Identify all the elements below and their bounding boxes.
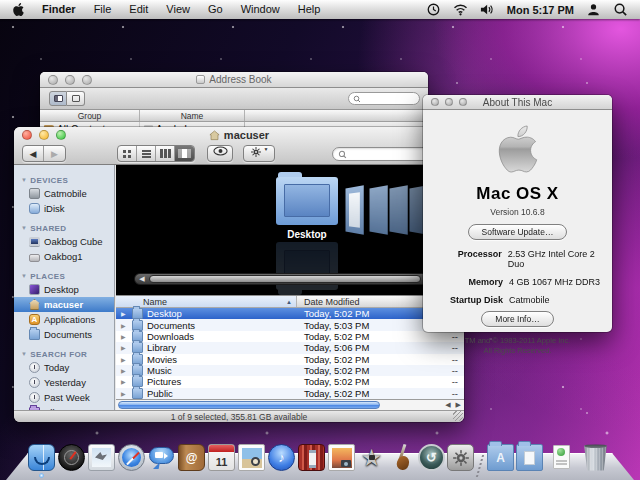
minimize-button[interactable] [39,130,49,140]
finder-search-field[interactable] [332,147,430,161]
disclosure-triangle-icon[interactable]: ▶ [121,378,128,385]
disclosure-triangle-icon[interactable]: ▶ [121,390,128,397]
table-row[interactable]: ▶Documents Today, 5:03 PM-- [116,319,464,330]
table-row[interactable]: ▶Desktop Today, 5:02 PM-- [116,308,464,319]
close-button[interactable] [431,98,439,106]
coverflow-scrollbar[interactable]: ◀ ▶ [134,273,436,285]
desktop-folder-icon[interactable] [276,177,338,225]
disclosure-triangle-icon[interactable]: ▶ [121,322,128,329]
time-machine-menu-icon[interactable] [426,2,441,17]
dock-imovie-icon[interactable]: ★ [358,444,385,471]
resize-grip[interactable] [453,411,463,421]
table-row[interactable]: ▶Library Today, 5:06 PM-- [116,342,464,353]
sidebar-item-today[interactable]: Today [14,360,114,375]
icon-view-button[interactable] [118,146,137,161]
disclosure-triangle-icon[interactable]: ▼ [21,273,27,279]
dock-garageband-icon[interactable] [388,444,415,471]
scroll-left-icon[interactable]: ◀ [445,401,450,409]
menu-finder[interactable]: Finder [33,0,85,19]
disclosure-triangle-icon[interactable]: ▼ [21,177,27,183]
name-column-header[interactable]: Name [140,110,245,121]
dock-ical-icon[interactable]: 11 [208,444,235,471]
back-button[interactable]: ◀ [23,146,44,161]
finder-title-bar[interactable]: macuser ◀ ▶ ▼ [14,127,464,165]
disclosure-triangle-icon[interactable]: ▶ [121,356,128,363]
more-info-button[interactable]: More Info… [481,311,553,327]
dock-downloads-stack-icon[interactable] [548,444,575,471]
sidebar-item-oakbog1[interactable]: Oakbog1 [14,249,114,264]
sidebar-item-past-week[interactable]: Past Week [14,390,114,405]
volume-menu-icon[interactable] [480,2,495,17]
date-modified-column-header[interactable]: Date Modified [297,296,426,307]
sidebar-section-devices[interactable]: ▼DEVICES [14,174,114,186]
address-book-title-bar[interactable]: Address Book [40,72,428,88]
dock-finder-icon[interactable] [28,444,55,471]
sidebar-section-places[interactable]: ▼PLACES [14,270,114,282]
close-button[interactable] [48,75,58,85]
sidebar-section-search-for[interactable]: ▼SEARCH FOR [14,348,114,360]
sidebar-section-shared[interactable]: ▼SHARED [14,222,114,234]
minimize-button[interactable] [65,75,75,85]
dock-address-book-icon[interactable]: @ [178,444,205,471]
dock-preview-icon[interactable] [238,444,265,471]
dock-photo-booth-icon[interactable] [298,444,325,471]
sidebar-item-desktop[interactable]: Desktop [14,282,114,297]
coverflow-scroll-left-icon[interactable]: ◀ [137,275,147,283]
coverflow-item[interactable] [390,185,408,234]
zoom-button[interactable] [459,98,467,106]
card-and-list-view-button[interactable] [49,91,67,106]
disclosure-triangle-icon[interactable]: ▶ [121,333,128,340]
sidebar-item-catmobile[interactable]: Catmobile [14,186,114,201]
table-row[interactable]: ▶Public Today, 5:02 PM-- [116,388,464,399]
scroll-right-icon[interactable]: ▶ [456,401,461,409]
table-row[interactable]: ▶Downloads Today, 5:02 PM-- [116,331,464,342]
coverflow-item[interactable] [370,185,388,234]
table-row[interactable]: ▶Pictures Today, 5:02 PM-- [116,376,464,387]
scrollbar-thumb[interactable] [118,401,380,409]
disclosure-triangle-icon[interactable]: ▼ [21,225,27,231]
menu-window[interactable]: Window [232,0,289,19]
coverflow-view-button[interactable] [175,146,194,161]
sidebar-item-macuser[interactable]: macuser [14,297,114,312]
minimize-button[interactable] [445,98,453,106]
table-row[interactable]: ▶Music Today, 5:02 PM-- [116,365,464,376]
name-column-header[interactable]: Name▲ [116,296,297,307]
group-column-header[interactable]: Group [40,110,140,121]
quick-look-button[interactable] [207,145,233,162]
dock-documents-folder-icon[interactable] [516,444,543,471]
disclosure-triangle-icon[interactable]: ▶ [121,310,128,317]
dock-safari-icon[interactable] [118,444,145,471]
apple-menu-icon[interactable] [12,2,25,17]
dock-iphoto-icon[interactable] [328,444,355,471]
close-button[interactable] [22,130,32,140]
action-menu-button[interactable]: ▼ [243,145,275,162]
sidebar-item-applications[interactable]: AApplications [14,312,114,327]
coverflow-item[interactable] [346,185,364,234]
menu-help[interactable]: Help [289,0,330,19]
card-only-view-button[interactable] [67,91,85,106]
dock-itunes-icon[interactable]: ♪ [268,444,295,471]
wifi-menu-icon[interactable] [453,2,468,17]
dock-mail-icon[interactable] [88,444,115,471]
zoom-button[interactable] [82,75,92,85]
coverflow-area[interactable]: Desktop ◀ ▶ [116,165,464,295]
menu-go[interactable]: Go [199,0,232,19]
about-this-mac-window[interactable]: About This Mac Mac OS X Version 10.6.8 S… [423,95,612,332]
sidebar-item-yesterday[interactable]: Yesterday [14,375,114,390]
disclosure-triangle-icon[interactable]: ▶ [121,367,128,374]
fast-user-switching-icon[interactable] [586,2,601,17]
list-view-button[interactable] [137,146,156,161]
disclosure-triangle-icon[interactable]: ▶ [121,344,128,351]
horizontal-scrollbar[interactable]: ◀ ▶ [116,399,464,410]
dock-time-machine-icon[interactable]: ↺ [418,444,445,471]
menu-view[interactable]: View [157,0,199,19]
menu-edit[interactable]: Edit [120,0,157,19]
dock-dashboard-icon[interactable] [58,444,85,471]
menu-bar-clock[interactable]: Mon 5:17 PM [501,4,580,16]
finder-window[interactable]: macuser ◀ ▶ ▼ [14,127,464,422]
dock-trash-icon[interactable] [582,444,609,471]
table-row[interactable]: ▶Movies Today, 5:02 PM-- [116,354,464,365]
zoom-button[interactable] [56,130,66,140]
column-view-button[interactable] [156,146,175,161]
disclosure-triangle-icon[interactable]: ▼ [21,351,27,357]
